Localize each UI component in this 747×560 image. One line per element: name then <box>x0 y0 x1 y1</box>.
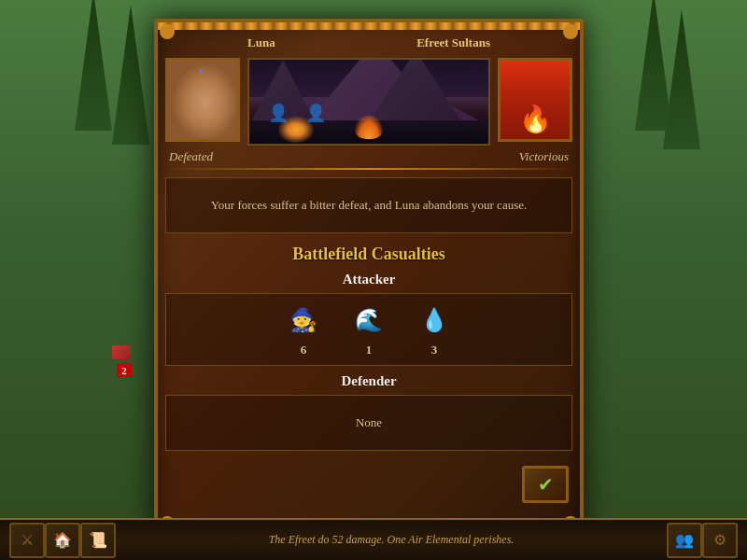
unit-count-2: 1 <box>366 343 373 357</box>
unit-sprite-3: 💧 <box>416 301 453 339</box>
battle-message-box: Your forces suffer a bitter defeat, and … <box>165 177 572 233</box>
unit-item-3: 💧 3 <box>416 301 453 357</box>
section-divider-1 <box>165 168 572 170</box>
ok-button-wrapper: ✔ <box>158 458 580 511</box>
map-unit-marker <box>112 345 131 359</box>
modal-top-border <box>158 22 580 30</box>
enemy-name: Efreet Sultans <box>416 35 490 50</box>
defender-units-row: None <box>165 395 572 451</box>
bottom-icon-1[interactable]: ⚔ <box>9 523 45 558</box>
unit-count-badge: 2 <box>117 364 132 377</box>
bottom-icon-5[interactable]: ⚙ <box>702 523 738 558</box>
victorious-status: Victorious <box>519 149 569 164</box>
unit-sprite-1: 🧙 <box>285 301 322 339</box>
bottom-icon-3[interactable]: 📜 <box>80 523 116 558</box>
hero-portrait <box>165 58 240 142</box>
battle-scene: 👤 👤 <box>247 58 490 146</box>
unit-count-3: 3 <box>431 343 438 357</box>
defeated-status: Defeated <box>169 149 213 164</box>
unit-sprite-2: 🌊 <box>350 301 388 339</box>
unit-item-1: 🧙 6 <box>285 301 322 357</box>
enemy-figure <box>500 61 570 139</box>
defender-none-text: None <box>356 415 382 430</box>
casualties-title: Battlefield Casualties <box>158 245 580 264</box>
defender-label: Defender <box>165 373 572 389</box>
hero-face <box>168 61 237 139</box>
battle-fire <box>355 116 383 139</box>
modal-header: 👤 👤 <box>158 50 580 153</box>
battle-result-modal: Luna Efreet Sultans 👤 👤 Defeated Victori… <box>154 19 584 537</box>
bottom-status-bar: ⚔ 🏠 📜 The Efreet do 52 damage. One Air E… <box>0 518 747 560</box>
battle-message-text: Your forces suffer a bitter defeat, and … <box>211 196 528 215</box>
bottom-icon-4[interactable]: 👥 <box>667 523 702 558</box>
defender-casualties: Defender None <box>165 373 572 451</box>
attacker-units-row: 🧙 6 🌊 1 💧 3 <box>165 293 572 366</box>
enemy-portrait <box>498 58 572 142</box>
ok-button[interactable]: ✔ <box>522 466 569 503</box>
attacker-casualties: Attacker 🧙 6 🌊 1 💧 3 <box>165 272 572 366</box>
battle-silhouette-1: 👤 <box>268 103 289 123</box>
bottom-icon-2[interactable]: 🏠 <box>45 523 80 558</box>
bottom-status-text: The Efreet do 52 damage. One Air Element… <box>116 533 667 547</box>
unit-item-2: 🌊 1 <box>350 301 388 357</box>
unit-count-1: 6 <box>301 343 307 357</box>
hero-name: Luna <box>247 35 275 50</box>
attacker-label: Attacker <box>165 272 572 287</box>
battle-silhouette-2: 👤 <box>305 103 326 123</box>
